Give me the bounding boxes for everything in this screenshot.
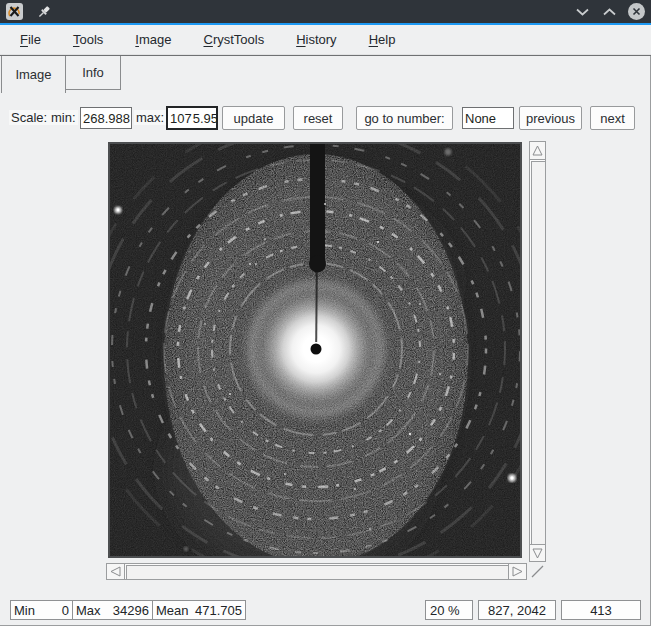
tab-image[interactable]: Image: [1, 56, 66, 93]
scroll-right-arrow[interactable]: [508, 563, 527, 580]
vertical-scroll-thumb[interactable]: [531, 161, 546, 546]
tab-info[interactable]: Info: [66, 56, 121, 90]
menu-history[interactable]: History: [292, 32, 340, 47]
diffraction-image-view[interactable]: [108, 142, 522, 558]
scroll-left-arrow[interactable]: [106, 563, 125, 580]
menu-file[interactable]: File: [16, 32, 45, 47]
previous-button[interactable]: previous: [519, 106, 582, 130]
chevron-up-icon: [603, 8, 616, 16]
menu-crysttools[interactable]: CrystTools: [199, 32, 268, 47]
titlebar[interactable]: [0, 0, 651, 23]
goto-number-input[interactable]: None: [462, 107, 514, 129]
scale-toolbar: Scale: min: 268.988 max: 1075.95 update …: [0, 104, 651, 132]
horizontal-scroll-thumb[interactable]: [126, 565, 509, 580]
menu-tools[interactable]: Tools: [69, 32, 107, 47]
tab-bar: Image Info: [0, 55, 651, 93]
x11-logo-icon: [8, 5, 21, 18]
update-button[interactable]: update: [222, 106, 285, 130]
menu-help[interactable]: Help: [365, 32, 400, 47]
status-mean-cell: Mean471.705: [152, 600, 246, 620]
scroll-up-arrow[interactable]: [529, 141, 546, 160]
app-window: File Tools Image CrystTools History Help…: [0, 0, 651, 626]
minimize-button[interactable]: [574, 3, 591, 20]
menubar: File Tools Image CrystTools History Help: [0, 25, 651, 55]
next-button[interactable]: next: [590, 106, 635, 130]
goto-number-button[interactable]: go to number:: [356, 106, 453, 130]
status-max-cell: Max34296: [72, 600, 153, 620]
maximize-button[interactable]: [601, 3, 618, 20]
horizontal-scrollbar[interactable]: [106, 563, 527, 580]
vertical-scrollbar[interactable]: [529, 141, 546, 562]
close-icon: [632, 7, 641, 16]
resize-grip[interactable]: [529, 563, 546, 580]
close-button[interactable]: [628, 3, 645, 20]
status-zoom-cell: 20 %: [425, 600, 473, 620]
scale-min-input[interactable]: 268.988: [80, 107, 132, 129]
status-bar: Min0 Max34296 Mean471.705 20 % 827, 2042…: [0, 600, 651, 621]
status-min-cell: Min0: [10, 600, 73, 620]
scroll-down-arrow[interactable]: [529, 544, 546, 562]
scale-label: Scale:: [9, 110, 49, 125]
status-cursor-coords-cell: 827, 2042: [478, 600, 556, 620]
pin-icon[interactable]: [36, 4, 52, 20]
diffraction-pattern-image: [110, 144, 520, 556]
chevron-down-icon: [576, 8, 589, 16]
app-menu-icon[interactable]: [6, 3, 23, 20]
max-label: max:: [134, 110, 166, 125]
reset-button[interactable]: reset: [293, 106, 343, 130]
menu-image[interactable]: Image: [131, 32, 175, 47]
status-pixel-value-cell: 413: [561, 600, 641, 620]
scale-max-input[interactable]: 1075.95: [166, 106, 218, 130]
min-label: min:: [49, 110, 78, 125]
